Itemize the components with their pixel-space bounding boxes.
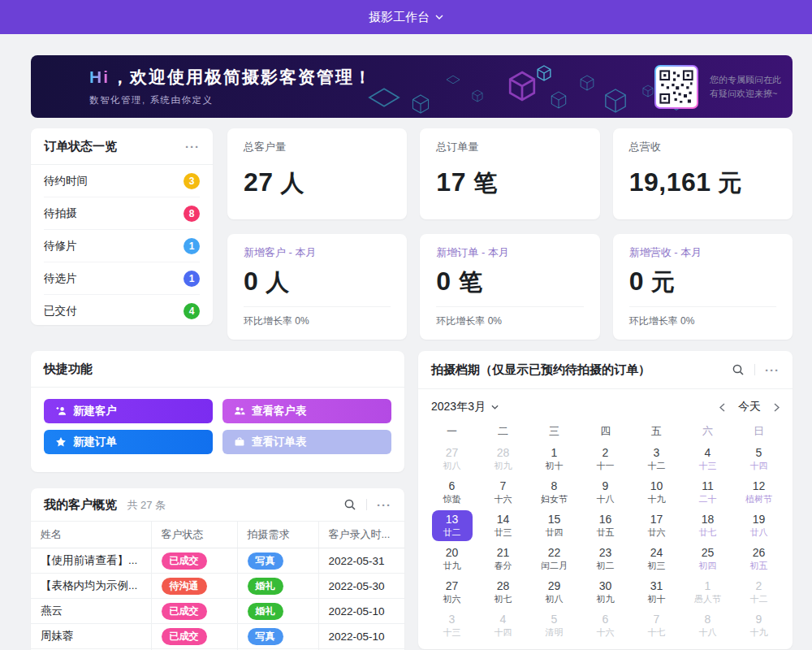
calendar-day[interactable]: 28 初七 (477, 577, 529, 608)
calendar-day[interactable]: 9 十八 (580, 477, 631, 508)
day-number: 7 (483, 479, 524, 493)
table-row[interactable]: 燕云 已成交 婚礼 2022-05-10 (31, 599, 404, 624)
weekday-header: 日 (733, 422, 784, 441)
search-icon[interactable] (343, 498, 356, 511)
calendar-day[interactable]: 28 初九 (477, 444, 529, 474)
today-button[interactable]: 今天 (738, 400, 761, 414)
next-month-button[interactable] (774, 403, 780, 412)
calendar-day[interactable]: 7 十七 (631, 610, 682, 641)
entry-date-cell: 2022-05-31 (318, 548, 404, 574)
status-pill: 已成交 (162, 552, 207, 570)
calendar-day[interactable]: 29 初八 (529, 577, 580, 608)
calendar-day[interactable]: 27 初六 (426, 577, 477, 608)
calendar-day[interactable]: 10 十九 (631, 477, 682, 508)
quick-action-star-button[interactable]: 新建订单 (44, 430, 213, 454)
calendar-day[interactable]: 8 妇女节 (529, 477, 580, 508)
calendar-day[interactable]: 25 初四 (682, 544, 733, 574)
calendar-day[interactable]: 4 十三 (682, 444, 733, 474)
calendar-day[interactable]: 18 廿七 (682, 510, 733, 541)
customers-header: 我的客户概览 共 27 条 ··· (31, 488, 404, 522)
calendar-day[interactable]: 3 十二 (631, 444, 682, 474)
day-lunar-label: 初四 (688, 560, 728, 572)
stat-card: 新增客户 - 本月 0人 环比增长率 0% (227, 234, 407, 340)
workspace-title[interactable]: 摄影工作台 (369, 10, 430, 25)
customer-name-cell: 【使用前请查看】... (31, 548, 151, 574)
calendar-day[interactable]: 15 廿四 (529, 510, 580, 541)
day-lunar-label: 初十 (637, 593, 677, 605)
status-item[interactable]: 待约时间 3 (44, 165, 200, 197)
calendar-day[interactable]: 4 十四 (477, 610, 529, 641)
quick-action-briefcase-button[interactable]: 查看订单表 (222, 430, 391, 454)
calendar-day[interactable]: 26 初五 (733, 544, 784, 574)
qr-code-icon (659, 69, 694, 105)
calendar-day[interactable]: 21 春分 (477, 544, 529, 574)
customer-status-cell: 已成交 (151, 599, 237, 624)
status-item[interactable]: 待拍摄 8 (44, 197, 200, 230)
calendar-day[interactable]: 6 惊蛰 (426, 477, 477, 508)
calendar-day[interactable]: 16 廿五 (580, 510, 631, 541)
calendar-day[interactable]: 13 廿二 (426, 510, 477, 541)
calendar-day[interactable]: 11 二十 (682, 477, 733, 508)
calendar-day[interactable]: 19 廿八 (733, 510, 784, 541)
lower-row: 快捷功能 新建客户 查看客户表 新建订单 查看订单表 我的客户概览 共 27 条 (31, 351, 793, 650)
calendar-day[interactable]: 23 初二 (580, 544, 631, 574)
prev-month-button[interactable] (719, 403, 725, 412)
order-status-panel: 订单状态一览 ··· 待约时间 3 待拍摄 8 待修片 1 待选片 1 已交付 … (31, 128, 213, 325)
calendar-day[interactable]: 20 廿九 (426, 544, 477, 574)
welcome-banner: Hi，欢迎使用极简摄影客资管理！ 数智化管理, 系统由你定义 (31, 55, 793, 118)
quick-action-label: 新建客户 (73, 404, 117, 418)
calendar-day[interactable]: 14 廿三 (477, 510, 529, 541)
banner-title-rest: ，欢迎使用极简摄影客资管理！ (111, 67, 373, 86)
day-lunar-label: 十四 (483, 626, 524, 639)
more-icon[interactable]: ··· (377, 499, 391, 511)
calendar-title: 拍摄档期（仅显示已预约待拍摄的订单） (431, 362, 650, 378)
status-item[interactable]: 待修片 1 (44, 230, 200, 262)
search-icon[interactable] (732, 363, 745, 376)
status-item-label: 待拍摄 (44, 206, 77, 221)
calendar-day[interactable]: 6 十六 (580, 610, 631, 641)
calendar-day[interactable]: 2 十二 (733, 577, 784, 608)
calendar-day[interactable]: 30 初九 (580, 577, 631, 608)
day-number: 18 (688, 512, 728, 526)
calendar-day[interactable]: 1 初十 (529, 444, 580, 474)
quick-action-people-button[interactable]: 查看客户表 (222, 399, 391, 423)
calendar-day[interactable]: 2 十一 (580, 444, 631, 474)
day-number: 5 (739, 445, 780, 460)
month-selector[interactable]: 2023年3月 (431, 400, 499, 414)
stat-unit: 人 (266, 269, 290, 295)
table-row[interactable]: 【表格内均为示例... 待沟通 婚礼 2022-05-30 (31, 574, 404, 599)
calendar-day[interactable]: 12 植树节 (733, 477, 784, 508)
calendar-day[interactable]: 8 十八 (682, 610, 733, 641)
status-item[interactable]: 待选片 1 (44, 262, 200, 295)
chevron-down-icon[interactable] (435, 15, 443, 20)
calendar-day[interactable]: 1 愚人节 (682, 577, 733, 608)
column-header[interactable]: 客户录入时... (318, 522, 404, 548)
more-icon[interactable]: ··· (185, 141, 200, 153)
table-row[interactable]: 【使用前请查看】... 已成交 写真 2022-05-31 (31, 548, 404, 574)
calendar-day[interactable]: 31 初十 (631, 577, 682, 608)
calendar-day[interactable]: 24 初三 (631, 544, 682, 574)
calendar-day[interactable]: 22 闰二月 (529, 544, 580, 574)
status-item[interactable]: 已交付 4 (44, 295, 200, 327)
customer-status-cell: 已成交 (151, 624, 237, 649)
day-lunar-label: 十九 (637, 493, 677, 505)
calendar-day[interactable]: 27 初八 (426, 444, 477, 474)
calendar-day[interactable]: 5 十四 (733, 444, 784, 474)
day-number: 5 (534, 612, 575, 626)
calendar-day[interactable]: 3 十三 (426, 610, 477, 641)
calendar-day[interactable]: 5 清明 (529, 610, 580, 641)
column-header[interactable]: 拍摄需求 (237, 522, 318, 548)
column-header[interactable]: 姓名 (31, 522, 151, 548)
day-number: 27 (432, 578, 473, 593)
column-header[interactable]: 客户状态 (151, 522, 237, 548)
quick-action-person-plus-button[interactable]: 新建客户 (44, 399, 213, 423)
table-row[interactable]: 周妹蓉 已成交 写真 2022-05-10 (31, 624, 404, 649)
divider (754, 364, 755, 375)
calendar-day[interactable]: 7 十六 (477, 477, 529, 508)
day-number: 1 (688, 578, 728, 593)
day-lunar-label: 十四 (739, 460, 780, 472)
calendar-day[interactable]: 9 十九 (733, 610, 784, 641)
calendar-day[interactable]: 17 廿六 (631, 510, 682, 541)
day-number: 29 (534, 578, 575, 593)
more-icon[interactable]: ··· (765, 364, 780, 376)
